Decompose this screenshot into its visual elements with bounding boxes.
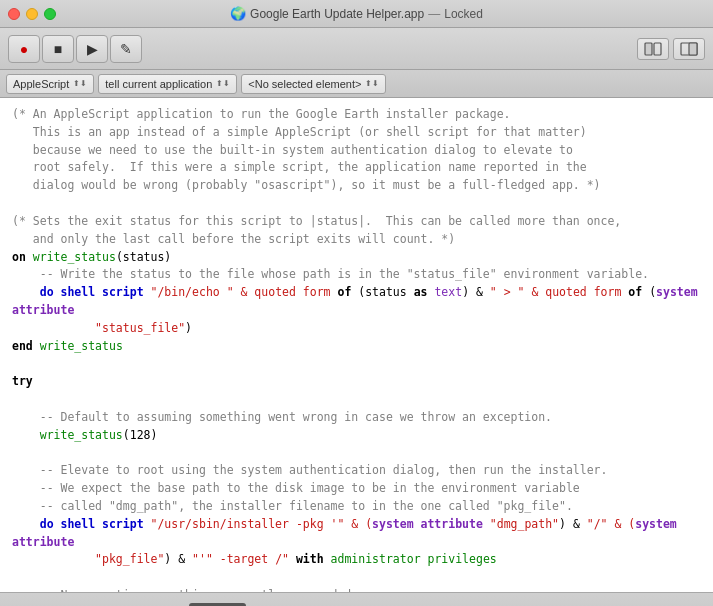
tab-result[interactable]: Result bbox=[8, 603, 59, 607]
tab-messages[interactable]: Messages bbox=[61, 603, 131, 607]
view-toggle bbox=[637, 38, 705, 60]
bottom-right-controls bbox=[653, 603, 705, 607]
element-selector[interactable]: <No selected element> ⬆⬇ bbox=[241, 74, 386, 94]
compile-button[interactable]: ✎ bbox=[110, 35, 142, 63]
record-button[interactable]: ● bbox=[8, 35, 40, 63]
svg-rect-1 bbox=[654, 43, 661, 55]
language-selector-arrow: ⬆⬇ bbox=[73, 79, 87, 88]
stop-button[interactable]: ■ bbox=[42, 35, 74, 63]
locked-label: Locked bbox=[444, 7, 483, 21]
bottom-bar: Result Messages Events Replies bbox=[0, 592, 713, 606]
title-text: Google Earth Update Helper.app bbox=[250, 7, 424, 21]
target-selector[interactable]: tell current application ⬆⬇ bbox=[98, 74, 237, 94]
view-full-button[interactable] bbox=[673, 38, 705, 60]
app-icon: 🌍 bbox=[230, 6, 246, 21]
code-content: (* An AppleScript application to run the… bbox=[12, 106, 701, 592]
close-button[interactable] bbox=[8, 8, 20, 20]
trash-button[interactable] bbox=[653, 603, 675, 607]
element-label: <No selected element> bbox=[248, 78, 361, 90]
run-button[interactable]: ▶ bbox=[76, 35, 108, 63]
clock-button[interactable] bbox=[683, 603, 705, 607]
traffic-lights[interactable] bbox=[8, 8, 56, 20]
language-selector[interactable]: AppleScript ⬆⬇ bbox=[6, 74, 94, 94]
window-title: 🌍 Google Earth Update Helper.app — Locke… bbox=[230, 6, 483, 21]
tab-events[interactable]: Events bbox=[133, 603, 187, 607]
element-selector-arrow: ⬆⬇ bbox=[365, 79, 379, 88]
selectors-bar: AppleScript ⬆⬇ tell current application … bbox=[0, 70, 713, 98]
maximize-button[interactable] bbox=[44, 8, 56, 20]
tab-replies[interactable]: Replies bbox=[189, 603, 246, 607]
target-label: tell current application bbox=[105, 78, 212, 90]
target-selector-arrow: ⬆⬇ bbox=[216, 79, 230, 88]
titlebar: 🌍 Google Earth Update Helper.app — Locke… bbox=[0, 0, 713, 28]
language-label: AppleScript bbox=[13, 78, 69, 90]
bottom-tabs: Result Messages Events Replies bbox=[8, 603, 246, 607]
svg-rect-3 bbox=[689, 43, 697, 55]
code-editor[interactable]: (* An AppleScript application to run the… bbox=[0, 98, 713, 592]
svg-rect-0 bbox=[645, 43, 652, 55]
minimize-button[interactable] bbox=[26, 8, 38, 20]
toolbar: ● ■ ▶ ✎ bbox=[0, 28, 713, 70]
toolbar-button-group: ● ■ ▶ ✎ bbox=[8, 35, 142, 63]
view-split-button[interactable] bbox=[637, 38, 669, 60]
